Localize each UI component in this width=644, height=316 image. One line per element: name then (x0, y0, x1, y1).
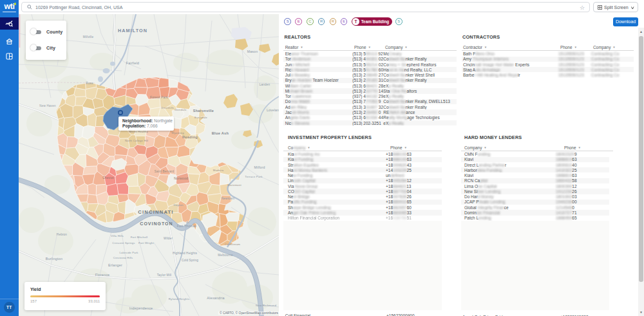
svg-text:Forest Park: Forest Park (150, 95, 168, 99)
svg-text:Dayton: Dayton (173, 203, 183, 207)
svg-text:Fairfield: Fairfield (126, 61, 139, 65)
svg-text:Loveland: Loveland (267, 108, 279, 112)
svg-text:Cheviot: Cheviot (102, 176, 114, 180)
svg-text:Fort Mitchell: Fort Mitchell (131, 236, 148, 239)
svg-text:Reading: Reading (182, 135, 198, 139)
svg-text:Independence: Independence (129, 306, 153, 310)
svg-text:Burlington: Burlington (46, 257, 62, 261)
svg-text:Wilder: Wilder (164, 237, 173, 240)
svg-text:Landen: Landen (260, 83, 270, 86)
svg-text:Highland Heights: Highland Heights (173, 252, 198, 255)
svg-text:Hebron: Hebron (57, 233, 68, 236)
svg-text:Evendale: Evendale (194, 116, 207, 119)
svg-text:Madeira: Madeira (213, 169, 224, 172)
svg-text:Cold Spring: Cold Spring (182, 259, 198, 262)
svg-text:Glendale: Glendale (174, 108, 187, 111)
svg-text:Villa Hills: Villa Hills (111, 234, 124, 237)
svg-text:Fort Wright: Fort Wright (138, 241, 154, 245)
svg-text:Blue Ash: Blue Ash (212, 131, 229, 135)
svg-text:Ryland Heights: Ryland Heights (169, 297, 190, 301)
svg-text:Lakeside Park: Lakeside Park (119, 251, 138, 254)
svg-text:Coldstream: Coldstream (225, 243, 241, 246)
svg-text:HAMILTON: HAMILTON (118, 28, 147, 33)
svg-text:Taylor Mill: Taylor Mill (157, 274, 172, 277)
svg-text:Newtown: Newtown (222, 197, 235, 200)
svg-text:Ross: Ross (86, 82, 93, 85)
svg-text:Mariemont: Mariemont (227, 183, 242, 187)
svg-text:COVINGTON: COVINGTON (140, 221, 173, 226)
svg-text:Fort Thomas: Fort Thomas (177, 224, 197, 228)
svg-text:Greenhills: Greenhills (161, 106, 174, 109)
svg-text:Wyoming: Wyoming (171, 131, 184, 135)
svg-text:Sharonville: Sharonville (193, 109, 214, 113)
svg-text:Milford: Milford (254, 165, 265, 169)
svg-text:Crestview Hills: Crestview Hills (113, 256, 133, 259)
svg-text:Erlanger: Erlanger (108, 263, 122, 267)
svg-text:North College Hill: North College Hill (125, 139, 148, 142)
svg-text:New Haven: New Haven (39, 104, 56, 107)
svg-text:Melbourne: Melbourne (218, 254, 233, 257)
svg-text:New Richmond: New Richmond (256, 304, 277, 307)
svg-text:Saint Bernard: Saint Bernard (155, 170, 175, 173)
svg-text:Alexandria: Alexandria (207, 296, 224, 300)
svg-text:Terrace Park: Terrace Park (245, 175, 263, 178)
svg-text:Florence: Florence (95, 273, 110, 277)
svg-text:CINCINNATI: CINCINNATI (138, 209, 173, 215)
svg-text:Norwood: Norwood (174, 176, 188, 180)
svg-text:Mason: Mason (247, 50, 258, 53)
svg-text:Crescent Springs: Crescent Springs (112, 241, 135, 245)
svg-text:Millville: Millville (83, 35, 94, 39)
